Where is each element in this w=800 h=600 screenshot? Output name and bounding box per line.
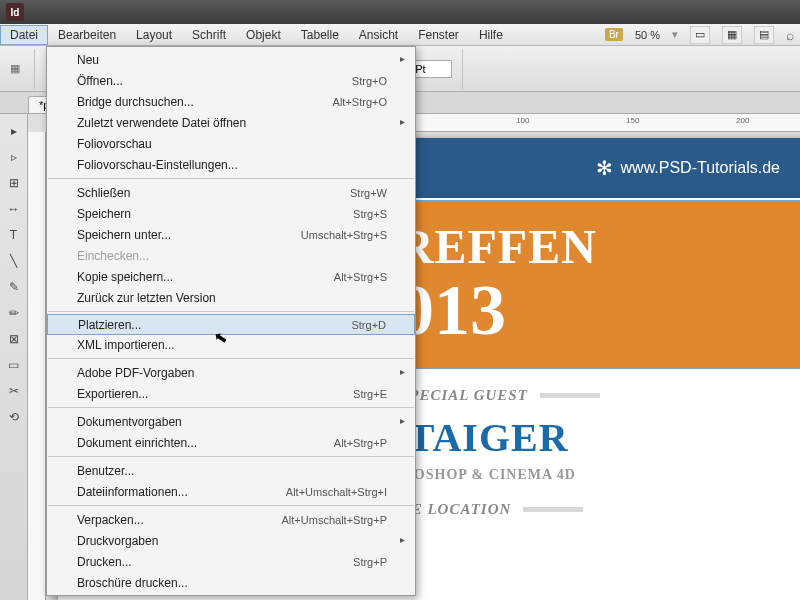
menu-item-label: Benutzer... — [77, 464, 387, 478]
gap-tool-icon[interactable]: ↔ — [3, 198, 25, 220]
rectangle-tool-icon[interactable]: ▭ — [3, 354, 25, 376]
menu-item-shortcut: Alt+Strg+S — [334, 271, 387, 283]
menu-item-label: Adobe PDF-Vorgaben — [77, 366, 387, 380]
menu-item-shortcut: Strg+E — [353, 388, 387, 400]
menu-item-shortcut: Alt+Strg+O — [333, 96, 387, 108]
tool-panel: ▸ ▹ ⊞ ↔ T ╲ ✎ ✏ ⊠ ▭ ✂ ⟲ — [0, 114, 28, 600]
menu-item-shortcut: Strg+D — [351, 319, 386, 331]
menubar: Datei Bearbeiten Layout Schrift Objekt T… — [0, 24, 800, 46]
menu-layout[interactable]: Layout — [126, 25, 182, 45]
menu-item-label: Öffnen... — [77, 74, 352, 88]
menu-ansicht[interactable]: Ansicht — [349, 25, 408, 45]
menu-item-label: Kopie speichern... — [77, 270, 334, 284]
line-tool-icon[interactable]: ╲ — [3, 250, 25, 272]
menu-item-label: Bridge durchsuchen... — [77, 95, 333, 109]
menu-item[interactable]: XML importieren... — [47, 334, 415, 355]
pencil-tool-icon[interactable]: ✏ — [3, 302, 25, 324]
menu-item[interactable]: Adobe PDF-Vorgaben — [47, 362, 415, 383]
butterfly-icon: ✻ — [596, 156, 613, 180]
menu-item[interactable]: Verpacken...Alt+Umschalt+Strg+P — [47, 509, 415, 530]
transform-tool-icon[interactable]: ⟲ — [3, 406, 25, 428]
menu-item[interactable]: Neu — [47, 49, 415, 70]
menu-item: Einchecken... — [47, 245, 415, 266]
menu-item[interactable]: Dateiinformationen...Alt+Umschalt+Strg+I — [47, 481, 415, 502]
ruler-vertical — [28, 132, 46, 600]
menu-item-shortcut: Strg+O — [352, 75, 387, 87]
menu-item[interactable]: Dokument einrichten...Alt+Strg+P — [47, 432, 415, 453]
app-icon: Id — [6, 3, 24, 21]
titlebar: Id — [0, 0, 800, 24]
zoom-level[interactable]: 50 % — [629, 29, 666, 41]
menu-objekt[interactable]: Objekt — [236, 25, 291, 45]
menu-item-shortcut: Alt+Umschalt+Strg+P — [282, 514, 387, 526]
menu-item-label: Foliovorschau — [77, 137, 387, 151]
menu-item-shortcut: Strg+P — [353, 556, 387, 568]
frame-tool-icon[interactable]: ⊠ — [3, 328, 25, 350]
menu-item-label: Exportieren... — [77, 387, 353, 401]
menu-item-shortcut: Alt+Umschalt+Strg+I — [286, 486, 387, 498]
menu-item-shortcut: Alt+Strg+P — [334, 437, 387, 449]
menu-item[interactable]: Zurück zur letzten Version — [47, 287, 415, 308]
pen-tool-icon[interactable]: ✎ — [3, 276, 25, 298]
qr-icon[interactable]: ▦ — [6, 60, 24, 78]
menu-item-label: Dateiinformationen... — [77, 485, 286, 499]
menu-item[interactable]: Platzieren...Strg+D — [47, 314, 415, 335]
menu-datei[interactable]: Datei — [0, 25, 48, 45]
menu-item-label: Zuletzt verwendete Datei öffnen — [77, 116, 387, 130]
menu-item[interactable]: Drucken...Strg+P — [47, 551, 415, 572]
menu-item[interactable]: Bridge durchsuchen...Alt+Strg+O — [47, 91, 415, 112]
menu-item-label: Zurück zur letzten Version — [77, 291, 387, 305]
menu-item-label: Foliovorschau-Einstellungen... — [77, 158, 387, 172]
menu-item-label: Schließen — [77, 186, 350, 200]
menu-item-label: Speichern unter... — [77, 228, 301, 242]
menu-item-shortcut: Umschalt+Strg+S — [301, 229, 387, 241]
direct-select-tool-icon[interactable]: ▹ — [3, 146, 25, 168]
menu-item-shortcut: Strg+W — [350, 187, 387, 199]
menu-item[interactable]: Broschüre drucken... — [47, 572, 415, 593]
menu-item-label: Drucken... — [77, 555, 353, 569]
view-mode-2-icon[interactable]: ▦ — [722, 26, 742, 44]
menu-item-label: Verpacken... — [77, 513, 282, 527]
menu-item[interactable]: Dokumentvorgaben — [47, 411, 415, 432]
menu-item[interactable]: Kopie speichern...Alt+Strg+S — [47, 266, 415, 287]
menu-fenster[interactable]: Fenster — [408, 25, 469, 45]
menu-schrift[interactable]: Schrift — [182, 25, 236, 45]
menu-item[interactable]: SpeichernStrg+S — [47, 203, 415, 224]
menu-hilfe[interactable]: Hilfe — [469, 25, 513, 45]
menu-item[interactable]: Foliovorschau-Einstellungen... — [47, 154, 415, 175]
file-menu-dropdown: NeuÖffnen...Strg+OBridge durchsuchen...A… — [46, 46, 416, 596]
menu-item[interactable]: Foliovorschau — [47, 133, 415, 154]
menu-item-shortcut: Strg+S — [353, 208, 387, 220]
menu-item-label: Broschüre drucken... — [77, 576, 387, 590]
menu-item-label: Druckvorgaben — [77, 534, 387, 548]
type-tool-icon[interactable]: T — [3, 224, 25, 246]
view-mode-3-icon[interactable]: ▤ — [754, 26, 774, 44]
menu-bearbeiten[interactable]: Bearbeiten — [48, 25, 126, 45]
menu-tabelle[interactable]: Tabelle — [291, 25, 349, 45]
menu-item[interactable]: Druckvorgaben — [47, 530, 415, 551]
menu-item-label: Dokumentvorgaben — [77, 415, 387, 429]
menu-item-label: Dokument einrichten... — [77, 436, 334, 450]
search-icon[interactable]: ⌕ — [780, 27, 800, 43]
bridge-badge-icon[interactable]: Br — [605, 28, 623, 41]
menu-item-label: Neu — [77, 53, 387, 67]
menu-item-label: XML importieren... — [77, 338, 387, 352]
menu-item[interactable]: Zuletzt verwendete Datei öffnen — [47, 112, 415, 133]
menu-item[interactable]: Öffnen...Strg+O — [47, 70, 415, 91]
selection-tool-icon[interactable]: ▸ — [3, 120, 25, 142]
menu-item-label: Einchecken... — [77, 249, 387, 263]
page-tool-icon[interactable]: ⊞ — [3, 172, 25, 194]
doc-url: www.PSD-Tutorials.de — [621, 159, 780, 177]
menu-item[interactable]: Speichern unter...Umschalt+Strg+S — [47, 224, 415, 245]
menu-item-label: Speichern — [77, 207, 353, 221]
menu-item[interactable]: Exportieren...Strg+E — [47, 383, 415, 404]
menu-item[interactable]: Benutzer... — [47, 460, 415, 481]
menu-item[interactable]: SchließenStrg+W — [47, 182, 415, 203]
scissors-tool-icon[interactable]: ✂ — [3, 380, 25, 402]
view-mode-1-icon[interactable]: ▭ — [690, 26, 710, 44]
